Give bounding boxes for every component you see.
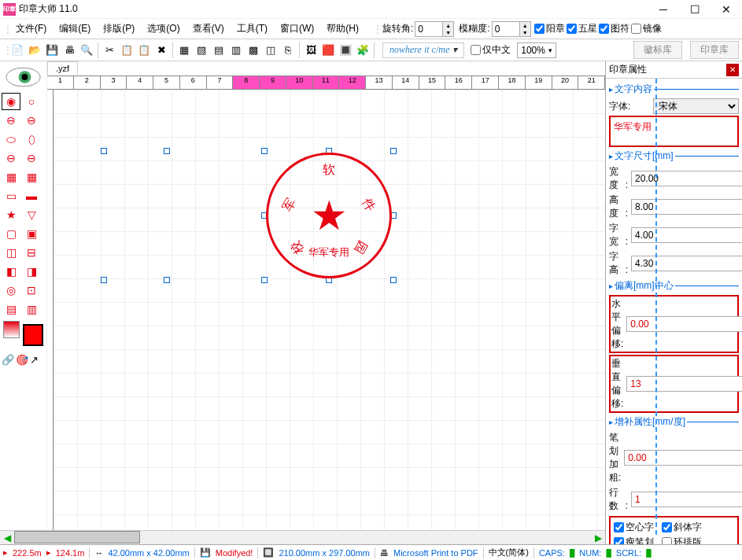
tool-half-l[interactable]: ◧	[2, 263, 20, 280]
font-preview[interactable]: nowhere it c/me	[382, 42, 464, 58]
tool-target-2[interactable]: ⊡	[22, 282, 41, 299]
menu-item[interactable]: 查看(V)	[186, 20, 231, 37]
toolbar-button[interactable]: 🟥	[320, 42, 336, 58]
chk-mirror[interactable]: 镜像	[631, 22, 662, 35]
toolbar-button[interactable]: ▦	[176, 42, 192, 58]
toolbar-button[interactable]: ✖	[153, 42, 169, 58]
maximize-button[interactable]: ☐	[679, 0, 711, 19]
blur-spinner[interactable]: ▲▼	[492, 21, 531, 37]
toolbar-button[interactable]: ◫	[263, 42, 279, 58]
tool-link-icon[interactable]: 🔗	[2, 354, 14, 366]
height-spinner[interactable]: ▲▼	[631, 199, 742, 215]
menu-item[interactable]: 选项(O)	[141, 20, 186, 37]
toolbar-button[interactable]: 💾	[44, 42, 60, 58]
menu-item[interactable]: 窗口(W)	[274, 20, 320, 37]
section-offset[interactable]: 偏离[mm]中心	[609, 279, 739, 293]
tool-split-v[interactable]: ◫	[2, 244, 20, 261]
text-content-input[interactable]: 华军专用	[609, 116, 739, 147]
toolbar-button[interactable]: 📄	[9, 42, 25, 58]
toolbar-button[interactable]: 📋	[136, 42, 152, 58]
opt-hollow[interactable]: 空心字	[614, 521, 654, 534]
toolbar-button[interactable]: 🖶	[61, 42, 77, 58]
toolbar-button[interactable]: 🧩	[355, 42, 371, 58]
tool-split-h[interactable]: ⊟	[22, 244, 41, 261]
only-cn-check[interactable]	[471, 45, 481, 55]
toolbar-button[interactable]: ▥	[228, 42, 244, 58]
canvas-area[interactable]: .yzf 123456789101112131415161718192021 ★…	[47, 61, 605, 544]
tab-seal-lib[interactable]: 印章库	[690, 41, 739, 59]
toolbar-button[interactable]: ⎘	[280, 42, 296, 58]
rows-spinner[interactable]: ▲▼	[631, 492, 742, 507]
tool-ellipse[interactable]: ⬭	[2, 131, 20, 148]
scroll-thumb[interactable]	[14, 531, 140, 543]
selection-handle[interactable]	[164, 148, 170, 154]
tool-ellipse-bar[interactable]: ⊖	[2, 149, 20, 167]
toolbar-button[interactable]: 📋	[119, 42, 135, 58]
tool-rect-fill[interactable]: ▬	[22, 187, 41, 204]
toolbar-button[interactable]: 🔍	[79, 42, 94, 58]
tool-rect[interactable]: ▭	[2, 187, 20, 204]
tool-grid-2[interactable]: ▦	[22, 168, 41, 186]
panel-close-button[interactable]: ✕	[726, 64, 739, 76]
menu-item[interactable]: 工具(T)	[231, 20, 274, 37]
scroll-left-icon[interactable]: ◀	[0, 531, 14, 544]
char-width-spinner[interactable]: ▲▼	[631, 227, 742, 243]
tool-circle-solid[interactable]: ◉	[2, 93, 20, 110]
chk-star[interactable]: 五星	[567, 22, 597, 35]
scroll-right-icon[interactable]: ▶	[591, 531, 605, 544]
zoom-select[interactable]: 100%▾	[517, 42, 556, 58]
width-spinner[interactable]: ▲▼	[631, 171, 742, 186]
toolbar-button[interactable]: ▤	[211, 42, 227, 58]
char-height-spinner[interactable]: ▲▼	[631, 256, 742, 271]
toolbar-button[interactable]: ✂	[102, 42, 117, 58]
chk-yang[interactable]: 阳章	[534, 22, 565, 35]
font-select[interactable]: 宋体	[653, 98, 739, 114]
chk-tufu[interactable]: 图符	[599, 22, 629, 35]
section-text-content[interactable]: 文字内容	[609, 83, 739, 96]
tool-minus-circle-2[interactable]: ⊖	[22, 112, 41, 129]
tool-grid[interactable]: ▦	[2, 168, 20, 186]
menu-item[interactable]: 编辑(E)	[53, 20, 97, 37]
tool-half-r[interactable]: ◨	[22, 263, 41, 280]
tool-circle-outline[interactable]: ○	[22, 93, 41, 110]
tool-ellipse-bar-2[interactable]: ⊖	[22, 149, 41, 167]
rotate-spinner[interactable]: ▲▼	[415, 21, 454, 37]
document-tab[interactable]: .yzf	[47, 61, 78, 75]
tool-target-icon[interactable]: 🎯	[16, 354, 28, 366]
tool-hatch[interactable]: ▤	[2, 300, 20, 318]
tool-hatch-2[interactable]: ▥	[22, 300, 41, 318]
toolbar-button[interactable]: 🖼	[303, 42, 319, 58]
h-scrollbar[interactable]: ◀ ▶	[0, 530, 605, 544]
selection-handle[interactable]	[101, 148, 107, 154]
v-offset-spinner[interactable]: ▲▼	[626, 376, 742, 392]
menu-item[interactable]: 排版(P)	[97, 20, 141, 37]
color-swatch[interactable]	[23, 324, 43, 346]
selection-handle[interactable]	[101, 277, 107, 283]
gradient-swatch[interactable]	[3, 321, 20, 338]
stroke-bold-spinner[interactable]: ▲▼	[624, 450, 742, 466]
section-extra[interactable]: 增补属性[mm/度]	[609, 415, 739, 429]
tool-target[interactable]: ◎	[2, 282, 20, 299]
section-text-size[interactable]: 文字尺寸[mm]	[609, 149, 739, 163]
tool-star[interactable]: ★	[2, 206, 20, 223]
h-offset-spinner[interactable]: ▲▼	[626, 316, 742, 332]
menu-item[interactable]: 文件(F)	[9, 20, 53, 37]
menu-item[interactable]: 帮助(H)	[320, 20, 365, 37]
tool-minus-circle[interactable]: ⊖	[2, 112, 20, 129]
app-title: 印章大师 11.0	[19, 2, 648, 16]
seal-object[interactable]: ★ 军 软 件 园 校 华军专用	[266, 153, 392, 278]
tool-square[interactable]: ▢	[2, 225, 20, 242]
tool-export-icon[interactable]: ↗	[30, 354, 39, 366]
toolbar-button[interactable]: ▧	[194, 42, 209, 58]
toolbar-button[interactable]: 📂	[27, 42, 42, 58]
selection-handle[interactable]	[164, 277, 170, 283]
minimize-button[interactable]: ─	[648, 0, 679, 19]
tool-ellipse-outline[interactable]: ⬯	[22, 131, 41, 148]
toolbar-button[interactable]: 🔳	[338, 42, 353, 58]
opt-italic[interactable]: 斜体字	[662, 521, 702, 534]
close-button[interactable]: ✕	[711, 0, 742, 19]
tool-triangle[interactable]: ▽	[22, 206, 41, 223]
tab-emblem-lib[interactable]: 徽标库	[633, 41, 682, 59]
toolbar-button[interactable]: ▩	[245, 42, 261, 58]
tool-square-fill[interactable]: ▣	[22, 225, 41, 242]
